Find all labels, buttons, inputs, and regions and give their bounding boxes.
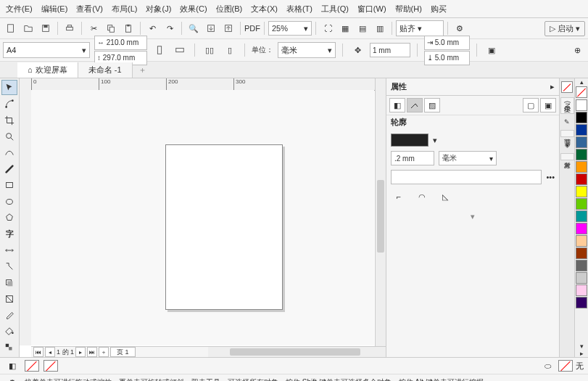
dup-x-input[interactable]: ⇥ 5.0 mm (424, 36, 470, 50)
nudge-input[interactable]: 1 mm (370, 43, 410, 57)
current-page-button[interactable]: ▯ (222, 42, 238, 58)
shape-tool[interactable] (1, 96, 17, 111)
paste-button[interactable] (120, 20, 136, 36)
overflow-button[interactable]: ⊕ (569, 42, 585, 58)
rulers-button[interactable]: ▦ (337, 20, 353, 36)
color-swatch[interactable] (576, 247, 587, 259)
menu-bitmap[interactable]: 位图(B) (216, 4, 243, 15)
redo-button[interactable]: ↷ (162, 20, 178, 36)
zoom-combo[interactable]: 25%▾ (268, 21, 312, 36)
chevron-down-icon[interactable]: ▾ (433, 136, 437, 145)
outline-unit-combo[interactable]: 毫米▾ (439, 151, 497, 165)
color-swatch[interactable] (576, 99, 587, 111)
color-swatch[interactable] (576, 272, 587, 284)
docker-tab-hints[interactable]: 提示(N) (560, 97, 574, 114)
landscape-button[interactable] (172, 42, 188, 58)
page-tab-1[interactable]: 页 1 (110, 347, 136, 357)
cut-button[interactable]: ✂ (86, 20, 102, 36)
no-color-swatch[interactable] (576, 86, 587, 98)
outline-width-combo[interactable]: .2 mm (391, 151, 434, 165)
docker-tab-adjust[interactable]: 调节 (560, 130, 574, 137)
color-swatch[interactable] (576, 124, 587, 136)
transparency-tool[interactable] (1, 291, 17, 306)
page-prev-button[interactable]: ◂ (45, 347, 55, 357)
copy-button[interactable] (103, 20, 119, 36)
crop-tool[interactable] (1, 112, 17, 128)
scrollbar-vertical[interactable] (375, 78, 386, 347)
miter-button[interactable]: ⌐ (391, 189, 407, 205)
docker-btn-brush[interactable]: ✎ (564, 118, 570, 126)
snap-combo[interactable]: 贴齐▾ (396, 20, 444, 36)
unit-combo[interactable]: 毫米▾ (278, 42, 336, 58)
portrait-button[interactable] (152, 42, 167, 58)
menu-text[interactable]: 文本(X) (251, 4, 278, 15)
color-swatch[interactable] (576, 173, 587, 185)
text-tool[interactable]: 字 (1, 226, 17, 242)
menu-file[interactable]: 文件(E) (6, 4, 33, 15)
workspace[interactable] (31, 90, 374, 345)
expand-section-button[interactable]: ▾ (391, 212, 555, 221)
palette-down-button[interactable]: ▾ (575, 343, 588, 350)
paper-size-combo[interactable]: A4▾ (3, 42, 90, 58)
options-button[interactable]: ⚙ (452, 20, 468, 36)
tab-add-button[interactable]: ＋ (133, 62, 152, 78)
docker-btn-pen[interactable] (561, 81, 573, 93)
menu-object[interactable]: 对象(J) (146, 4, 171, 15)
color-swatch[interactable] (576, 235, 587, 247)
drop-shadow-tool[interactable] (1, 275, 17, 290)
menu-window[interactable]: 窗口(W) (357, 4, 386, 15)
palette-flyout-button[interactable]: ▸ (575, 350, 588, 357)
prop-tab-fill[interactable]: ◧ (389, 98, 405, 112)
export-button[interactable] (220, 20, 236, 36)
color-swatch[interactable] (576, 198, 587, 210)
guides-button[interactable]: ▥ (372, 20, 388, 36)
menu-layout[interactable]: 布局(L) (112, 4, 137, 15)
save-button[interactable] (38, 20, 54, 36)
menu-tool[interactable]: 工具(Q) (321, 4, 349, 15)
gear-icon[interactable]: ⚙ (4, 374, 20, 381)
more-button[interactable]: ••• (546, 173, 555, 181)
start-button[interactable]: ▷启动▾ (544, 21, 585, 36)
color-swatch[interactable] (576, 112, 587, 123)
menu-buy[interactable]: 购买 (431, 4, 447, 15)
tab-untitled[interactable]: 未命名 -1 (78, 62, 133, 78)
menu-view[interactable]: 查看(V) (76, 4, 103, 15)
round-button[interactable]: ◠ (414, 189, 430, 205)
ruler-origin[interactable] (20, 78, 32, 91)
outline-color-swatch[interactable] (391, 134, 428, 147)
ellipse-tool[interactable] (1, 194, 17, 209)
parallel-dim-tool[interactable] (1, 242, 17, 258)
line-style-combo[interactable] (391, 170, 542, 184)
color-swatch[interactable] (576, 284, 587, 296)
freehand-tool[interactable] (1, 145, 17, 160)
pick-tool[interactable] (1, 80, 17, 95)
menu-edit[interactable]: 编辑(E) (41, 4, 68, 15)
page-add-button[interactable]: ＋ (99, 347, 109, 357)
tab-welcome[interactable]: ⌂欢迎屏幕 (17, 62, 78, 78)
color-swatch[interactable] (576, 161, 587, 173)
docker-tab-objects[interactable]: 对象 (560, 153, 574, 160)
docker-menu-button[interactable]: ▸ (550, 82, 555, 91)
scroll-thumb[interactable] (377, 180, 384, 253)
scroll-thumb[interactable] (230, 348, 360, 356)
page-canvas[interactable] (165, 144, 283, 310)
color-swatch[interactable] (576, 297, 587, 308)
color-swatch[interactable] (576, 149, 587, 160)
page-width-input[interactable]: ↔ 210.0 mm (94, 36, 147, 50)
page-last-button[interactable]: ⏭ (87, 347, 97, 357)
print-button[interactable] (62, 20, 78, 36)
color-swatch[interactable] (576, 260, 587, 271)
menu-table[interactable]: 表格(T) (286, 4, 312, 15)
prop-tab-doc[interactable]: ▢ (523, 98, 539, 112)
ruler-horizontal[interactable]: 0 100 200 300 (31, 78, 386, 91)
scrollbar-horizontal[interactable] (208, 346, 386, 357)
import-button[interactable] (203, 20, 219, 36)
eyedropper-tool[interactable] (1, 308, 17, 323)
color-swatch[interactable] (576, 223, 587, 234)
color-swatch[interactable] (576, 136, 587, 148)
fill-tool[interactable] (1, 324, 17, 339)
search-button[interactable]: 🔍 (186, 20, 202, 36)
color-swatch[interactable] (576, 186, 587, 197)
undo-button[interactable]: ↶ (144, 20, 160, 36)
open-button[interactable] (20, 20, 36, 36)
